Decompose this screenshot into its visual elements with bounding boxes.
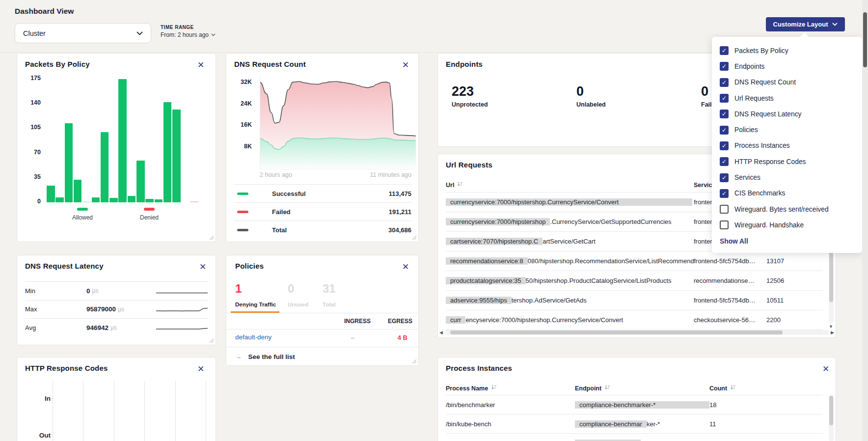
bar-allowed — [101, 132, 109, 202]
tab-denying-traffic[interactable]: Denying Traffic — [235, 302, 276, 307]
menu-item-wireguard-handshake[interactable]: Wireguard. Handshake — [720, 217, 862, 233]
close-icon[interactable]: ✕ — [198, 262, 208, 272]
menu-item-cis-benchmarks[interactable]: ✓CIS Benchmarks — [720, 186, 862, 201]
customize-layout-button[interactable]: Customize Layout — [766, 17, 845, 31]
column-header-count[interactable]: Count — [709, 385, 823, 392]
menu-item-packets-by-policy[interactable]: ✓Packets By Policy — [720, 43, 862, 58]
table-header: Process Name Endpoint Count — [446, 381, 823, 395]
scroll-down-arrow[interactable]: ▼ — [829, 324, 833, 329]
column-header-url[interactable]: Url — [446, 181, 694, 189]
legend-allowed: Allowed — [61, 208, 104, 221]
column-header-ingress: INGRESS — [344, 318, 371, 325]
legend-row-total: Total 304,686 — [234, 220, 411, 239]
failed-swatch — [237, 211, 248, 213]
tab-total[interactable]: Total — [323, 302, 336, 307]
y-tick: 32K — [226, 79, 252, 85]
stat-unlabeled: 0 Unlabeled — [576, 84, 606, 108]
x-axis-start: 2 hours ago — [260, 171, 292, 178]
menu-item-process-instances[interactable]: ✓Process Instances — [720, 138, 862, 154]
arrow-right-icon: → — [235, 353, 242, 360]
scroll-right-arrow[interactable]: ▶ — [831, 330, 834, 335]
table-row[interactable]: productcatalogservice:3550/hipstershop.P… — [446, 271, 823, 290]
close-icon[interactable]: ✕ — [401, 262, 410, 272]
bar-allowed — [82, 201, 91, 202]
show-all-link[interactable]: Show All — [720, 238, 862, 245]
checkbox-checked-icon[interactable]: ✓ — [720, 46, 729, 55]
table-row[interactable]: benchmarker compliance-benchmarker-* 9 — [446, 433, 823, 441]
close-icon[interactable]: ✕ — [821, 364, 831, 374]
y-tick: 175 — [17, 75, 41, 82]
close-icon[interactable]: ✕ — [401, 60, 410, 70]
column-header-process-name[interactable]: Process Name — [446, 385, 575, 392]
see-full-list-link[interactable]: → See the full list — [235, 352, 295, 361]
y-tick: 70 — [17, 149, 41, 156]
table-row[interactable]: currencyservice:7000/hipstershop.Currenc… — [446, 310, 823, 330]
tab-total-count: 31 — [323, 282, 336, 296]
resize-handle[interactable] — [412, 359, 417, 364]
horizontal-scrollbar[interactable]: ◀ ▶ — [439, 330, 834, 335]
checkbox-checked-icon[interactable]: ✓ — [720, 189, 729, 198]
close-icon[interactable]: ✕ — [196, 60, 206, 70]
gridline — [83, 381, 83, 441]
sparkline — [156, 287, 208, 295]
policy-link[interactable]: default-deny — [235, 333, 271, 341]
menu-item-http-response-codes[interactable]: ✓HTTP Response Codes — [720, 154, 862, 169]
menu-item-dns-request-count[interactable]: ✓DNS Request Count — [720, 75, 862, 90]
card-dns-request-count: DNS Request Count ✕ 32K24K16K8K 2 hours … — [226, 53, 419, 242]
menu-item-policies[interactable]: ✓Policies — [720, 122, 862, 138]
menu-item-services[interactable]: ✓Services — [720, 169, 862, 185]
checkbox-checked-icon[interactable]: ✓ — [720, 110, 729, 118]
sort-icon — [457, 181, 463, 187]
column-header-egress: EGRESS — [388, 318, 412, 325]
scrollbar-thumb[interactable] — [863, 12, 867, 67]
vertical-scrollbar[interactable] — [829, 395, 834, 441]
checkbox-checked-icon[interactable]: ✓ — [720, 157, 729, 166]
table-row[interactable]: adservice:9555/hipstershop.AdService/Get… — [446, 290, 823, 310]
checkbox-checked-icon[interactable]: ✓ — [720, 94, 729, 103]
card-title: Endpoints — [446, 60, 483, 68]
gridline — [53, 381, 53, 441]
bar-allowed — [118, 79, 127, 202]
menu-item-endpoints[interactable]: ✓Endpoints — [720, 58, 862, 74]
menu-item-url-requests[interactable]: ✓Url Requests — [720, 90, 862, 106]
resize-handle[interactable] — [209, 338, 214, 343]
table-row[interactable]: recommendationservice:8080/hipstershop.R… — [446, 251, 823, 271]
sparkline — [156, 324, 208, 331]
checkbox-checked-icon[interactable]: ✓ — [720, 173, 729, 182]
menu-item-wireguard-bytes[interactable]: Wireguard. Bytes sent/received — [720, 201, 862, 217]
successful-swatch — [237, 193, 248, 195]
tab-unused-count: 0 — [288, 282, 294, 296]
checkbox-checked-icon[interactable]: ✓ — [720, 62, 729, 71]
table-row[interactable]: /bin/kube-bench compliance-benchmarker-*… — [446, 414, 823, 433]
time-range-value[interactable]: From: 2 hours ago — [161, 31, 216, 38]
checkbox-unchecked-icon[interactable] — [720, 205, 729, 214]
resize-handle[interactable] — [209, 235, 214, 240]
chevron-down-icon — [211, 33, 216, 36]
checkbox-checked-icon[interactable]: ✓ — [720, 141, 729, 150]
table-row[interactable]: /bin/benchmarker compliance-benchmarker-… — [446, 395, 823, 414]
bar-allowed — [65, 123, 73, 202]
view-select[interactable]: Cluster — [15, 23, 151, 43]
legend-denied: Denied — [128, 208, 170, 221]
scroll-left-arrow[interactable]: ◀ — [439, 330, 443, 335]
card-process-instances: Process Instances ✕ Process Name Endpoin… — [437, 357, 836, 441]
y-tick: 140 — [17, 99, 41, 106]
tab-unused[interactable]: Unused — [288, 302, 308, 307]
menu-item-dns-request-latency[interactable]: ✓DNS Request Latency — [720, 106, 862, 122]
y-tick: 24K — [226, 100, 252, 107]
latency-row-min: Min 0 µs — [25, 281, 208, 300]
card-title: DNS Request Count — [234, 60, 306, 68]
view-select-value: Cluster — [23, 29, 46, 37]
bar-allowed — [145, 199, 154, 202]
column-header-endpoint[interactable]: Endpoint — [575, 385, 709, 392]
checkbox-checked-icon[interactable]: ✓ — [720, 78, 729, 87]
bar-allowed — [47, 186, 55, 202]
bar-allowed — [109, 198, 118, 202]
denied-swatch — [144, 208, 155, 211]
egress-value: 4 B — [398, 334, 407, 341]
resize-handle[interactable] — [412, 235, 417, 240]
page-scrollbar[interactable] — [862, 0, 868, 441]
latency-row-avg: Avg 946942 µs — [25, 318, 208, 337]
checkbox-unchecked-icon[interactable] — [720, 220, 729, 229]
checkbox-checked-icon[interactable]: ✓ — [720, 126, 729, 135]
